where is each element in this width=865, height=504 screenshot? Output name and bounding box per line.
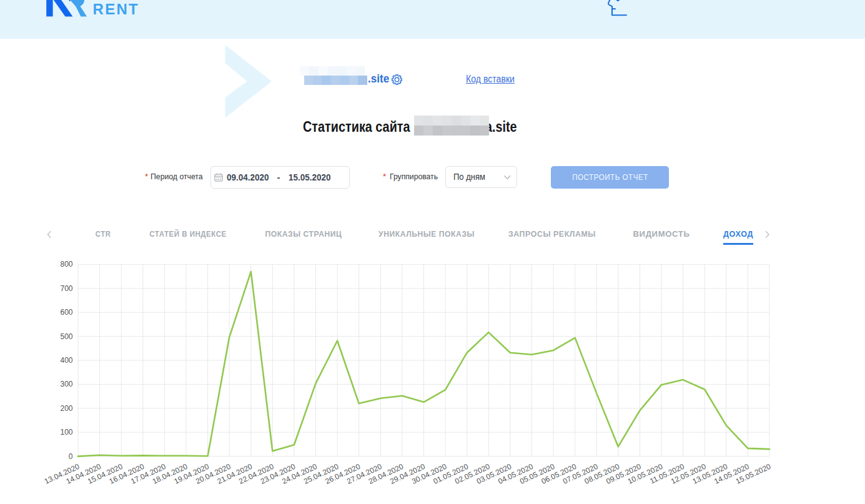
svg-text:200: 200 xyxy=(60,404,72,413)
svg-text:800: 800 xyxy=(60,260,72,269)
svg-text:300: 300 xyxy=(60,380,72,388)
svg-text:700: 700 xyxy=(60,284,72,293)
svg-text:400: 400 xyxy=(60,356,72,365)
svg-text:600: 600 xyxy=(60,308,72,317)
svg-text:500: 500 xyxy=(60,332,72,341)
svg-text:100: 100 xyxy=(60,428,72,437)
svg-text:0: 0 xyxy=(69,452,73,461)
